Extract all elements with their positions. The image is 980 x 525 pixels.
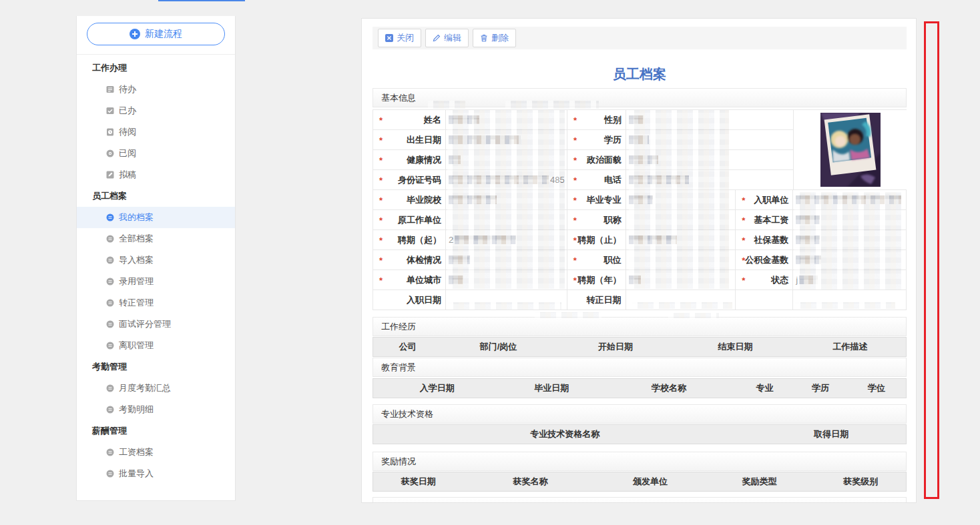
column-header: 工作描述: [794, 341, 906, 353]
field-value: [446, 130, 567, 150]
sidebar-item[interactable]: 工资档案: [77, 442, 235, 463]
column-header: 部门/岗位: [443, 341, 555, 353]
basic-info-row: *单位城市*聘期（年）*状态j: [373, 270, 907, 290]
field-value: [626, 110, 794, 130]
field-label: *学历: [567, 130, 626, 150]
work-table-header: 公司部门/岗位开始日期结束日期工作描述: [373, 337, 907, 357]
redacted-value: [629, 155, 658, 164]
sidebar-item[interactable]: 已办: [77, 100, 235, 121]
todo-doc-icon: [105, 85, 115, 94]
field-label: 入职日期: [373, 290, 446, 310]
sidebar-section-label: 员工档案: [77, 185, 235, 207]
delete-button[interactable]: 删除: [473, 29, 516, 47]
basic-info-table: *姓名*性别*出生日期*学历*健康情况*政治面貌*身份证号码485*电话*毕业院…: [373, 109, 907, 310]
field-value: [626, 250, 736, 270]
sidebar-item[interactable]: 批量导入: [77, 463, 235, 484]
field-value: j: [793, 270, 907, 290]
sidebar-item-label: 月度考勤汇总: [119, 382, 171, 394]
redacted-value: [629, 276, 641, 284]
sidebar-item-label: 已阅: [119, 147, 136, 159]
redacted-value: [629, 235, 677, 244]
section-edu: 教育背景: [373, 358, 907, 377]
redacted-value: [449, 115, 479, 124]
column-header: 开始日期: [554, 341, 677, 353]
field-value: [793, 290, 907, 310]
sidebar-item[interactable]: 待办: [77, 79, 235, 100]
field-label: *性别: [567, 110, 626, 130]
field-label: *状态: [736, 270, 793, 290]
basic-info-row: 入职日期转正日期: [373, 290, 907, 310]
edit-button[interactable]: 编辑: [425, 29, 469, 47]
field-value: [626, 290, 736, 310]
new-flow-button[interactable]: 新建流程: [87, 23, 225, 45]
required-asterisk: *: [379, 115, 383, 125]
sidebar-item[interactable]: 待阅: [77, 121, 235, 143]
redacted-value: [449, 195, 497, 204]
edu-table-header: 入学日期毕业日期学校名称专业学历学位: [373, 378, 907, 398]
sidebar-item-label: 离职管理: [119, 340, 154, 352]
field-value: [446, 190, 567, 210]
field-value: [626, 130, 794, 150]
sidebar-item[interactable]: 面试评分管理: [77, 314, 235, 335]
field-value: [626, 230, 736, 250]
sidebar-item[interactable]: 月度考勤汇总: [77, 378, 235, 399]
list-circle-icon: [105, 277, 115, 286]
plus-circle-icon: [130, 29, 140, 39]
sidebar-item[interactable]: 转正管理: [77, 292, 235, 314]
column-header: 获奖级别: [815, 476, 906, 488]
redacted-value: [629, 195, 653, 204]
list-circle-icon: [105, 341, 115, 350]
required-asterisk: *: [379, 195, 383, 205]
redacted-value: [449, 276, 463, 284]
section-award: 奖励情况: [373, 452, 907, 471]
sidebar: 新建流程 工作办理待办已办待阅已阅拟稿员工档案我的档案全部档案导入档案录用管理转…: [76, 16, 236, 501]
column-header: 专业: [736, 382, 794, 394]
required-asterisk: *: [573, 155, 577, 165]
field-label: [736, 290, 793, 310]
sidebar-item[interactable]: 全部档案: [77, 228, 235, 249]
redacted-value: [796, 195, 901, 204]
column-header: 学历: [794, 382, 847, 394]
required-asterisk: *: [573, 195, 577, 205]
field-label: 转正日期: [567, 290, 626, 310]
list-circle-icon: [105, 255, 115, 265]
edit-button-label: 编辑: [444, 32, 461, 44]
required-asterisk: *: [379, 276, 383, 286]
required-asterisk: *: [573, 175, 577, 185]
sidebar-item[interactable]: 录用管理: [77, 271, 235, 292]
sidebar-item[interactable]: 拟稿: [77, 164, 235, 185]
field-value: [446, 110, 567, 130]
redacted-value: [629, 115, 644, 124]
new-flow-button-label: 新建流程: [145, 28, 182, 40]
value-fragment: 485: [550, 175, 565, 185]
redacted-value: [455, 235, 516, 244]
cert-table-header: 专业技术资格名称取得日期: [373, 424, 907, 444]
sidebar-item-label: 我的档案: [119, 211, 154, 223]
sidebar-item[interactable]: 我的档案: [77, 207, 235, 228]
sidebar-item[interactable]: 已阅: [77, 143, 235, 164]
field-label: *健康情况: [373, 150, 446, 170]
column-header: 获奖名称: [464, 476, 597, 488]
column-header: 学位: [847, 382, 906, 394]
required-asterisk: *: [379, 175, 383, 185]
close-button[interactable]: 关闭: [378, 29, 421, 47]
required-asterisk: *: [742, 195, 745, 205]
scrollbar-annotation-rectangle[interactable]: [924, 21, 939, 499]
field-label: *原工作单位: [373, 210, 446, 230]
redacted-value: [629, 175, 689, 184]
sidebar-item[interactable]: 考勤明细: [77, 399, 235, 420]
column-header: 毕业日期: [501, 382, 603, 394]
field-value: [446, 250, 567, 270]
sidebar-item[interactable]: 离职管理: [77, 335, 235, 356]
list-circle-icon: [105, 213, 115, 222]
redacted-value: [449, 255, 470, 264]
field-label: *政治面貌: [567, 150, 626, 170]
close-icon: [385, 34, 393, 42]
sidebar-section-label: 考勤管理: [77, 356, 235, 378]
sidebar-item[interactable]: 导入档案: [77, 249, 235, 271]
field-label: *姓名: [373, 110, 446, 130]
redacted-value: [629, 135, 649, 144]
field-value: [626, 170, 794, 190]
sidebar-item-label: 导入档案: [119, 254, 154, 266]
required-asterisk: *: [573, 255, 577, 266]
